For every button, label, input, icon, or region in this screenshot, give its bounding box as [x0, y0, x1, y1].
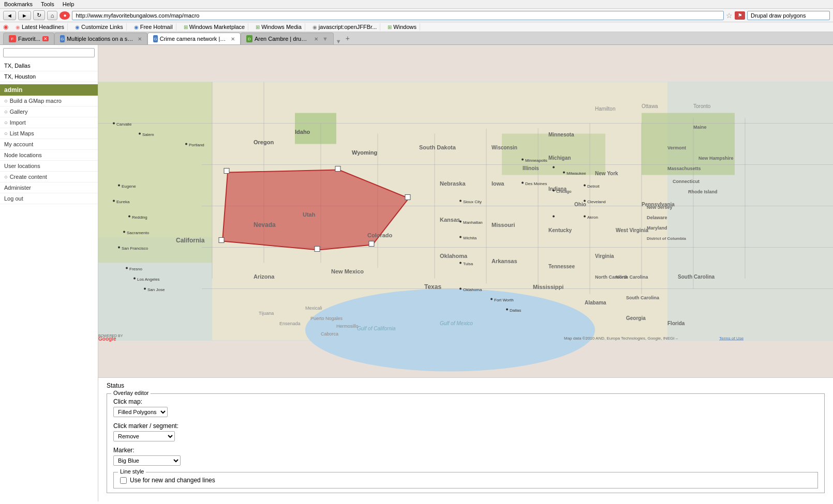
svg-text:South Dakota: South Dakota: [419, 144, 456, 150]
tab-close-button[interactable]: ✕: [42, 36, 49, 41]
sidebar-item-list-maps[interactable]: ○ List Maps: [0, 128, 98, 139]
menu-help[interactable]: Help: [63, 1, 75, 7]
location-dallas[interactable]: TX, Dallas: [0, 60, 98, 71]
svg-point-118: [584, 216, 586, 218]
svg-text:Redding: Redding: [132, 215, 147, 220]
bookmark-free-hotmail[interactable]: ◉ Free Hotmail: [131, 23, 176, 30]
svg-text:San Jose: San Jose: [147, 287, 165, 292]
click-marker-select[interactable]: Remove Insert point before Insert point …: [113, 431, 175, 441]
refresh-button[interactable]: ↻: [33, 10, 45, 20]
tab-multiple-locations[interactable]: G Multiple locations on a single gmap | …: [54, 33, 147, 44]
marker-row: Marker: Big Blue Red Green: [113, 447, 818, 466]
svg-text:Nebraska: Nebraska: [440, 180, 466, 187]
new-tab-button[interactable]: +: [341, 32, 354, 44]
menu-tools[interactable]: Tools: [41, 1, 54, 7]
sidebar-item-my-account[interactable]: My account: [0, 139, 98, 150]
bookmark-js[interactable]: ◉ javascript:openJFFBr...: [309, 23, 381, 30]
sidebar-item-import[interactable]: ○ Import: [0, 117, 98, 128]
bookmark-latest-headlines[interactable]: ◉ Latest Headlines: [12, 23, 68, 30]
bookmark-customize-links[interactable]: ◉ Customize Links: [72, 23, 127, 30]
svg-text:Caborca: Caborca: [321, 331, 338, 337]
svg-text:Arizona: Arizona: [254, 273, 275, 280]
bookmark-windows[interactable]: ⊞ Windows: [384, 23, 420, 30]
back-button[interactable]: ◄: [3, 11, 16, 20]
favicon-icon: ●: [60, 11, 70, 20]
map-container[interactable]: Eugene Eureka Redding Sacramento San Fra…: [98, 45, 833, 377]
admin-section-header: admin: [0, 84, 98, 96]
polygon-handle-1[interactable]: [224, 169, 229, 174]
svg-text:Arkansas: Arkansas: [492, 258, 517, 264]
sidebar-item-node-locations[interactable]: Node locations: [0, 150, 98, 161]
bookmark-icon: ◉: [16, 24, 20, 30]
polygon-handle-4[interactable]: [369, 241, 374, 247]
bookmark-windows-marketplace[interactable]: ⊞ Windows Marketplace: [181, 23, 249, 30]
overlay-editor-panel: Overlay editor Click map: Filled Polygon…: [107, 393, 825, 493]
search-input[interactable]: [747, 11, 830, 20]
forward-button[interactable]: ►: [18, 11, 31, 20]
svg-text:Tulsa: Tulsa: [463, 262, 473, 266]
svg-text:Eureka: Eureka: [116, 200, 130, 204]
bookmark-icon: ⊞: [184, 24, 188, 30]
bookmark-star-button[interactable]: ☆: [726, 11, 733, 20]
svg-text:Utah: Utah: [303, 211, 316, 218]
svg-text:Mexicali: Mexicali: [305, 306, 322, 311]
svg-point-107: [553, 166, 555, 169]
sidebar-item-user-locations[interactable]: User locations: [0, 161, 98, 172]
click-marker-label: Click marker / segment:: [113, 422, 818, 430]
sidebar-item-log-out[interactable]: Log out: [0, 193, 98, 204]
svg-point-110: [522, 182, 524, 184]
sidebar-item-create-content[interactable]: ○ Create content: [0, 172, 98, 182]
svg-text:Puerto Nogales: Puerto Nogales: [310, 316, 343, 321]
polygon-handle-2[interactable]: [335, 166, 340, 172]
svg-text:Tennessee: Tennessee: [548, 264, 575, 269]
sidebar-item-build-gmap[interactable]: ○ Build a GMap macro: [0, 96, 98, 106]
svg-text:Gulf of Mexico: Gulf of Mexico: [440, 320, 473, 326]
svg-text:Texas: Texas: [424, 283, 441, 291]
arrow-icon: ○: [4, 174, 8, 180]
polygon-handle-3[interactable]: [405, 195, 410, 200]
tab-close-button[interactable]: ✕: [314, 36, 318, 42]
rss-icon: ◉: [3, 23, 8, 30]
main-layout: TX, Dallas TX, Houston admin ○ Build a G…: [0, 45, 833, 501]
svg-text:Manhattan: Manhattan: [463, 220, 483, 225]
svg-text:Minnesota: Minnesota: [548, 132, 574, 138]
bookmark-icon: ◉: [313, 24, 317, 30]
polygon-handle-5[interactable]: [315, 247, 320, 252]
svg-text:Kentucky: Kentucky: [548, 227, 572, 233]
use-for-new-checkbox[interactable]: [120, 477, 127, 484]
bookmark-icon: ◉: [134, 24, 139, 30]
svg-text:Milwaukee: Milwaukee: [567, 171, 586, 176]
svg-text:Massachusetts: Massachusetts: [667, 166, 701, 171]
arrow-icon: ○: [4, 130, 8, 136]
svg-text:Hermosillo: Hermosillo: [336, 324, 359, 329]
location-houston[interactable]: TX, Houston: [0, 71, 98, 82]
svg-point-112: [553, 190, 555, 192]
sidebar-search-input[interactable]: [3, 48, 95, 57]
tab-favorit[interactable]: F Favorit... ✕: [3, 33, 54, 44]
svg-point-125: [459, 236, 462, 238]
sidebar-item-administer[interactable]: Administer: [0, 182, 98, 193]
svg-point-25: [118, 185, 120, 187]
marker-select[interactable]: Big Blue Red Green: [113, 455, 181, 466]
svg-text:Sacramento: Sacramento: [127, 231, 150, 235]
sidebar-item-gallery[interactable]: ○ Gallery: [0, 106, 98, 117]
svg-point-114: [584, 185, 586, 187]
svg-point-31: [123, 231, 125, 233]
svg-text:Ottawa: Ottawa: [642, 103, 658, 109]
tab-crime-camera[interactable]: G Crime camera network | Lake Park Esta.…: [147, 33, 241, 44]
tab-aren-cambre[interactable]: D Aren Cambre | drupal.org ✕ ▼: [241, 33, 334, 44]
svg-point-45: [113, 123, 115, 125]
tab-close-button[interactable]: ✕: [138, 36, 142, 42]
svg-text:Detroit: Detroit: [587, 184, 600, 189]
menu-bookmarks[interactable]: Bookmarks: [4, 1, 33, 7]
home-button[interactable]: ⌂: [47, 11, 58, 20]
address-bar[interactable]: [72, 11, 724, 20]
svg-text:New York: New York: [595, 171, 618, 176]
polygon-handle-6[interactable]: [219, 238, 224, 243]
bookmark-windows-media[interactable]: ⊞ Windows Media: [252, 23, 305, 30]
bookmark-icon: ⊞: [256, 24, 260, 30]
click-map-select[interactable]: Filled Polygons Lines Markers None: [113, 407, 168, 417]
bookmark-icon: ◉: [75, 24, 80, 30]
menu-bar: Bookmarks Tools Help: [0, 0, 833, 9]
tab-close-button[interactable]: ✕: [231, 36, 235, 42]
